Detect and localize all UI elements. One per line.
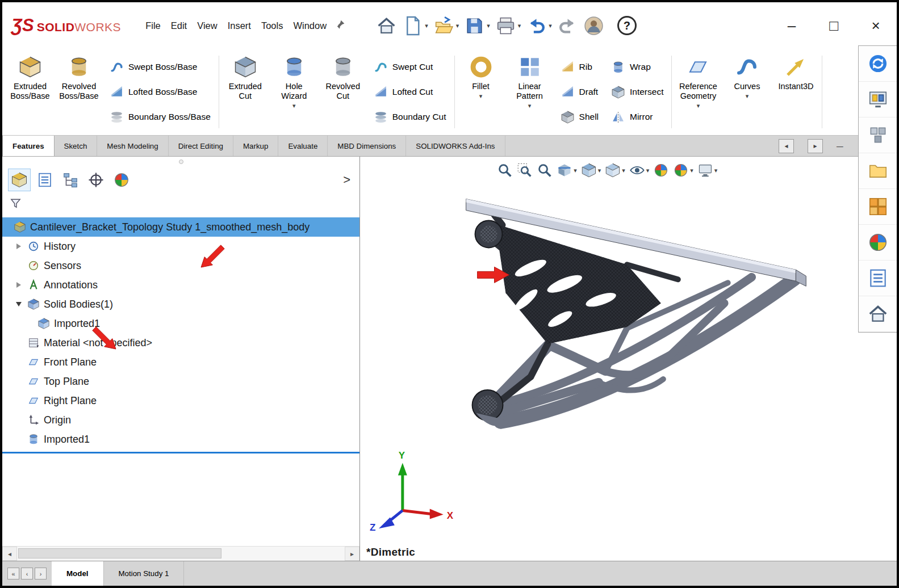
apply-scene-button[interactable]: ▾ — [673, 162, 693, 178]
dropdown-icon[interactable]: ▾ — [528, 103, 532, 109]
boundary-boss-base-button[interactable]: Boundary Boss/Base — [106, 108, 215, 126]
shell-button[interactable]: Shell — [557, 108, 603, 126]
panel-splitter-grip[interactable] — [2, 157, 359, 166]
expand-expanded-icon[interactable] — [14, 300, 23, 309]
previous-study-tab-button[interactable]: ‹ — [21, 568, 33, 579]
tree-item-right-plane[interactable]: Right Plane — [2, 391, 359, 410]
dropdown-icon[interactable]: ▾ — [479, 93, 483, 99]
dropdown-icon[interactable]: ▾ — [690, 167, 693, 174]
tree-item-sensors[interactable]: Sensors — [2, 256, 359, 275]
dimxpertmanager-tab-button[interactable] — [85, 169, 107, 191]
expand-collapsed-icon[interactable] — [14, 242, 23, 251]
menu-window[interactable]: Window — [288, 16, 332, 36]
rollback-bar[interactable] — [2, 452, 359, 453]
tree-item-annotations[interactable]: Annotations — [2, 275, 359, 295]
mirror-button[interactable]: Mirror — [607, 108, 667, 126]
graphics-viewport[interactable]: Y X Z ▾ ▾ ▾ ▾ ▾ ▾ *Dimetric — [361, 157, 897, 561]
display-style-button[interactable]: ▾ — [605, 162, 625, 178]
expand-collapsed-icon[interactable] — [14, 280, 23, 290]
dropdown-icon[interactable]: ▾ — [646, 167, 650, 174]
instant3d-button[interactable]: Instant3D — [771, 50, 820, 99]
zoom-to-area-button[interactable] — [517, 162, 533, 178]
tab-evaluate[interactable]: Evaluate — [278, 136, 328, 156]
menu-view[interactable]: View — [192, 16, 222, 36]
lofted-boss-base-button[interactable]: Lofted Boss/Base — [106, 83, 215, 101]
open-document-button[interactable]: ▾ — [433, 15, 459, 36]
dropdown-icon[interactable]: ▾ — [549, 23, 552, 29]
wrap-button[interactable]: Wrap — [607, 58, 667, 76]
dropdown-icon[interactable]: ▾ — [518, 23, 521, 29]
close-button[interactable]: × — [855, 11, 897, 40]
save-button[interactable]: ▾ — [464, 15, 490, 36]
tab-motion-study-1[interactable]: Motion Study 1 — [104, 561, 185, 586]
dropdown-icon[interactable]: ▾ — [574, 167, 577, 174]
tree-item-solid-bodies[interactable]: Solid Bodies(1) — [2, 295, 359, 314]
pin-menubar-button[interactable] — [334, 19, 345, 32]
menu-tools[interactable]: Tools — [256, 16, 288, 36]
toolbox-button[interactable] — [859, 117, 897, 153]
dropdown-icon[interactable]: ▾ — [697, 103, 700, 109]
scroll-right-button[interactable]: ▸ — [345, 547, 359, 561]
extruded-cut-button[interactable]: Extruded Cut — [221, 50, 270, 109]
revolved-cut-button[interactable]: Revolved Cut — [319, 50, 367, 109]
hole-wizard-button[interactable]: Hole Wizard ▾ — [270, 50, 319, 109]
tab-solidworks-add-ins[interactable]: SOLIDWORKS Add-Ins — [406, 136, 505, 156]
tree-item-origin[interactable]: Origin — [2, 410, 359, 430]
tree-item-top-plane[interactable]: Top Plane — [2, 372, 359, 391]
reference-geometry-button[interactable]: Reference Geometry ▾ — [674, 50, 722, 109]
tab-direct-editing[interactable]: Direct Editing — [169, 136, 233, 156]
undo-button[interactable]: ▾ — [526, 15, 552, 36]
propertymanager-tab-button[interactable] — [34, 169, 56, 191]
previous-document-button[interactable]: ◂ — [779, 139, 794, 153]
hide-show-items-button[interactable]: ▾ — [629, 162, 650, 178]
panel-flyout-button[interactable]: > — [343, 173, 354, 187]
first-study-tab-button[interactable]: « — [7, 568, 19, 579]
extruded-boss-base-button[interactable]: Extruded Boss/Base — [6, 50, 55, 109]
next-document-button[interactable]: ▸ — [808, 139, 823, 153]
menu-insert[interactable]: Insert — [223, 16, 256, 36]
scrollbar-track[interactable] — [17, 547, 345, 561]
view-settings-button[interactable]: ▾ — [697, 162, 718, 178]
solidworks-resources-button[interactable] — [859, 46, 897, 82]
configurationmanager-tab-button[interactable] — [59, 169, 82, 191]
edit-appearance-button[interactable] — [653, 162, 669, 178]
next-study-tab-button[interactable]: › — [35, 568, 47, 579]
tab-markup[interactable]: Markup — [233, 136, 278, 156]
dropdown-icon[interactable]: ▾ — [456, 23, 459, 29]
tab-features[interactable]: Features — [2, 136, 55, 156]
document-minimize-button[interactable]: – — [837, 139, 843, 153]
view-orientation-button[interactable]: ▾ — [581, 162, 601, 178]
zoom-to-fit-button[interactable] — [497, 162, 513, 178]
swept-cut-button[interactable]: Swept Cut — [370, 58, 450, 76]
dropdown-icon[interactable]: ▾ — [714, 167, 718, 174]
scrollbar-thumb[interactable] — [18, 548, 221, 558]
tree-item-front-plane[interactable]: Front Plane — [2, 352, 359, 372]
print-button[interactable]: ▾ — [495, 15, 521, 36]
custom-properties-button[interactable] — [859, 261, 897, 296]
tab-mbd-dimensions[interactable]: MBD Dimensions — [328, 136, 406, 156]
dropdown-icon[interactable]: ▾ — [292, 103, 296, 109]
new-document-button[interactable]: ▾ — [402, 15, 428, 36]
tree-item-imported1-feature[interactable]: Imported1 — [2, 430, 359, 449]
lofted-cut-button[interactable]: Lofted Cut — [370, 83, 450, 101]
home-button[interactable] — [376, 15, 397, 36]
rib-button[interactable]: Rib — [557, 58, 603, 76]
maximize-button[interactable]: □ — [813, 11, 855, 40]
minimize-button[interactable]: – — [771, 11, 813, 40]
help-button[interactable]: ? — [617, 16, 637, 35]
home-pane-button[interactable] — [859, 296, 897, 332]
previous-view-button[interactable] — [537, 162, 553, 178]
appearances-button[interactable] — [859, 225, 897, 261]
dropdown-icon[interactable]: ▾ — [746, 93, 749, 99]
dropdown-icon[interactable]: ▾ — [598, 167, 601, 174]
filter-funnel-icon[interactable] — [9, 197, 22, 210]
draft-button[interactable]: Draft — [557, 83, 603, 101]
curves-button[interactable]: Curves ▾ — [722, 50, 771, 99]
displaymanager-tab-button[interactable] — [110, 169, 133, 191]
menu-file[interactable]: File — [140, 16, 166, 36]
featuremanager-tab-button[interactable] — [8, 169, 31, 191]
tab-sketch[interactable]: Sketch — [55, 136, 98, 156]
boundary-cut-button[interactable]: Boundary Cut — [370, 108, 450, 126]
scroll-left-button[interactable]: ◂ — [2, 547, 17, 561]
view-palette-button[interactable] — [859, 189, 897, 225]
